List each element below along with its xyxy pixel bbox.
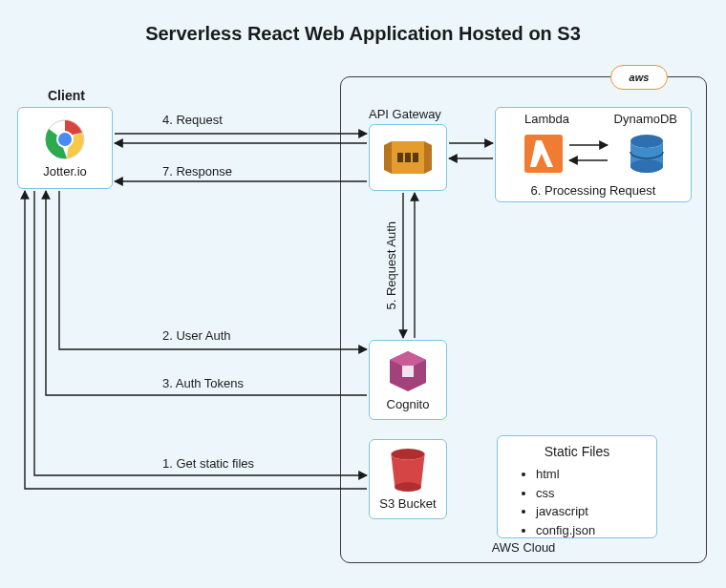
aws-cloud-caption: AWS Cloud [341,540,706,555]
svg-rect-5 [405,153,411,162]
aws-badge-text: aws [630,72,650,83]
client-name: Jotter.io [43,164,87,178]
svg-point-12 [395,482,420,492]
svg-point-11 [391,449,424,460]
cognito-label: Cognito [387,397,430,411]
s3-node: S3 Bucket [369,439,447,519]
list-item: javascript [536,502,645,521]
lambda-icon [523,133,565,175]
processing-node: Lambda DynamoDB 6. Processing Request [495,107,692,202]
api-gateway-node [369,124,447,191]
list-item: css [536,484,645,503]
svg-rect-10 [402,366,414,377]
flow-1-get-static: 1. Get static files [162,456,254,471]
cognito-node: Cognito [369,340,447,420]
flow-4-request: 4. Request [162,113,223,127]
flow-3-auth-tokens: 3. Auth Tokens [162,376,244,390]
dynamodb-icon [626,133,668,175]
s3-label: S3 Bucket [379,496,436,511]
aws-badge: aws [610,65,668,90]
flow-5-request-auth: 5. Request Auth [384,221,398,310]
static-files-title: Static Files [509,444,645,459]
svg-rect-4 [397,153,403,162]
s3-bucket-icon [388,448,428,493]
page-title: Serverless React Web Application Hosted … [0,23,726,45]
svg-point-9 [630,159,663,173]
api-gateway-label: API Gateway [369,107,441,121]
svg-rect-6 [413,153,418,162]
svg-point-2 [58,133,72,146]
client-node: Jotter.io [17,107,113,189]
flow-2-user-auth: 2. User Auth [162,328,231,343]
static-files-node: Static Files html css javascript config.… [497,435,657,538]
chrome-icon [44,118,86,160]
svg-point-8 [630,135,663,148]
lambda-label: Lambda [524,112,569,126]
api-gateway-icon [384,136,432,179]
static-files-list: html css javascript config.json [509,465,645,539]
list-item: html [536,465,645,484]
client-heading: Client [48,88,85,103]
dynamodb-label: DynamoDB [614,112,677,126]
flow-7-response: 7. Response [162,164,232,178]
cognito-icon [386,349,430,393]
processing-caption: 6. Processing Request [496,183,691,198]
list-item: config.json [536,521,645,540]
